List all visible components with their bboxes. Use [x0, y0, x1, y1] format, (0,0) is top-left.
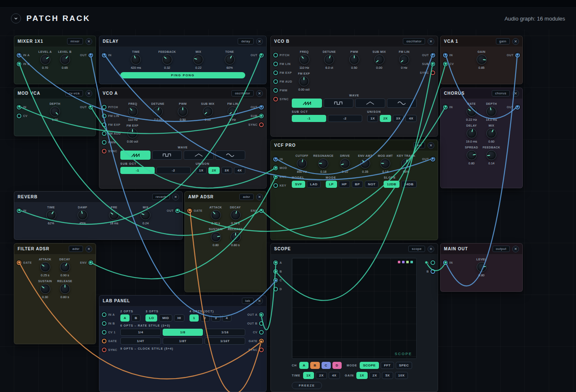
env-amt-knob[interactable] — [360, 158, 370, 169]
sync-output-port[interactable] — [259, 122, 264, 127]
freq-knob[interactable] — [299, 55, 309, 65]
fft-option[interactable]: FFT — [381, 362, 394, 369]
time-knob[interactable] — [46, 210, 56, 220]
fm-aud-input-port[interactable] — [102, 131, 106, 136]
fm-exp-input-port[interactable] — [102, 122, 106, 127]
svf-option[interactable]: SVF — [292, 181, 305, 188]
pwm-knob[interactable] — [349, 55, 359, 65]
2-option[interactable]: -2 — [156, 167, 191, 174]
b-input-port[interactable] — [273, 269, 278, 274]
b-option[interactable]: B — [131, 314, 140, 322]
1-8t-option[interactable]: 1/8T — [163, 337, 203, 345]
not-option[interactable]: NOT — [365, 181, 379, 188]
module-close-button[interactable]: ✕ — [256, 38, 263, 45]
gate-input-port[interactable] — [187, 208, 192, 213]
1x-option[interactable]: 1X — [196, 167, 207, 174]
freeze-button[interactable]: FREEZE — [292, 382, 322, 389]
fm-exp-knob[interactable] — [299, 76, 309, 86]
env-output-port[interactable] — [259, 208, 264, 213]
module-close-button[interactable]: ✕ — [256, 298, 263, 304]
module-close-button[interactable]: ✕ — [172, 194, 179, 200]
pwm-input-port[interactable] — [102, 140, 106, 145]
freq-knob[interactable] — [128, 106, 138, 117]
sustain-knob[interactable] — [211, 232, 221, 242]
1-4-option[interactable]: 1/4 — [120, 329, 161, 336]
sync-output-port[interactable] — [431, 70, 435, 75]
3-option[interactable]: 3 — [211, 314, 221, 322]
time-knob[interactable] — [131, 55, 141, 65]
ping-pong-button[interactable]: PING PONG — [120, 72, 245, 78]
4x-option[interactable]: 4X — [405, 115, 417, 122]
sub-output-port[interactable] — [259, 114, 264, 118]
1-16t-option[interactable]: 1/16T — [205, 337, 245, 345]
pitch-input-port[interactable] — [273, 53, 278, 57]
sync-input-port[interactable] — [102, 348, 106, 352]
sub-output-port[interactable] — [431, 62, 435, 66]
c-option[interactable]: C — [322, 362, 331, 369]
rate-knob[interactable] — [467, 106, 477, 117]
cv-output-port[interactable] — [259, 330, 264, 335]
gate-input-port[interactable] — [17, 260, 21, 265]
pre-knob[interactable] — [109, 210, 119, 220]
spec-option[interactable]: SPEC — [396, 362, 412, 369]
10x-option[interactable]: 10X — [395, 372, 408, 379]
out-b-output-port[interactable] — [259, 321, 264, 326]
2x-option[interactable]: 2X — [380, 115, 391, 122]
lp-option[interactable]: LP — [326, 181, 337, 188]
pitch-input-port[interactable] — [102, 105, 106, 109]
a-option[interactable]: A — [120, 314, 130, 322]
a-input-port[interactable] — [273, 260, 278, 265]
in-b-input-port[interactable] — [17, 62, 21, 66]
pwm-input-port[interactable] — [273, 88, 278, 93]
in-input-port[interactable] — [443, 53, 448, 57]
lad-option[interactable]: LAD — [307, 181, 321, 188]
release-knob[interactable] — [231, 232, 241, 242]
module-close-button[interactable]: ✕ — [428, 38, 434, 45]
lo-option[interactable]: LO — [145, 314, 157, 322]
out-output-port[interactable] — [88, 105, 93, 109]
fm-lin-knob[interactable] — [228, 106, 238, 117]
d-option[interactable]: D — [332, 362, 342, 369]
1-option[interactable]: 1 — [189, 314, 199, 322]
sustain-knob[interactable] — [40, 284, 50, 294]
square-wave-icon[interactable] — [152, 151, 182, 160]
gate-input-port[interactable] — [102, 339, 106, 343]
sub-mix-knob[interactable] — [203, 106, 213, 117]
1x-option[interactable]: 1X — [303, 372, 314, 379]
4x-option[interactable]: 4X — [329, 372, 340, 379]
2-option[interactable]: -2 — [328, 115, 362, 122]
d-input-port[interactable] — [273, 287, 278, 291]
env-input-port[interactable] — [273, 174, 278, 179]
attack-knob[interactable] — [40, 262, 50, 272]
out-output-port[interactable] — [175, 208, 180, 213]
fm-exp-knob[interactable] — [127, 128, 138, 138]
decay-knob[interactable] — [231, 210, 241, 220]
mix-knob[interactable] — [193, 55, 203, 65]
4x-option[interactable]: 4X — [234, 167, 245, 174]
module-close-button[interactable]: ✕ — [86, 38, 92, 45]
3x-option[interactable]: 3X — [221, 167, 233, 174]
hi-option[interactable]: HI — [174, 314, 184, 322]
out-a-output-port[interactable] — [259, 312, 264, 317]
cv-input-port[interactable] — [443, 62, 448, 66]
resonance-knob[interactable] — [318, 158, 328, 169]
gate-output-port[interactable] — [259, 339, 264, 343]
cutoff-knob[interactable] — [297, 158, 307, 169]
level-b-knob[interactable] — [60, 55, 70, 65]
fm-aud-input-port[interactable] — [273, 79, 278, 84]
square-wave-icon[interactable] — [324, 99, 354, 108]
3x-option[interactable]: 3X — [393, 115, 404, 122]
gain-knob[interactable] — [477, 55, 487, 65]
sub-mix-knob[interactable] — [374, 55, 384, 65]
attack-knob[interactable] — [211, 210, 221, 220]
key-input-port[interactable] — [273, 183, 278, 188]
scope-option[interactable]: SCOPE — [360, 362, 379, 369]
2x-option[interactable]: 2X — [369, 372, 381, 379]
triangle-wave-icon[interactable] — [184, 151, 214, 160]
in-input-port[interactable] — [443, 105, 448, 109]
release-knob[interactable] — [60, 284, 70, 294]
out-output-port[interactable] — [515, 105, 520, 109]
sync-input-port[interactable] — [273, 97, 278, 101]
triangle-wave-icon[interactable] — [355, 99, 385, 108]
module-close-button[interactable]: ✕ — [86, 90, 92, 97]
